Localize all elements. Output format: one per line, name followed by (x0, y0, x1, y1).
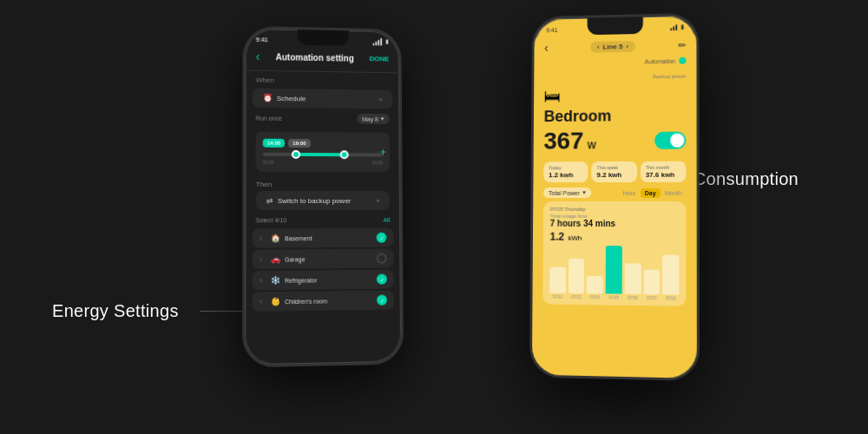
select-count: Select 4/10 (256, 217, 286, 223)
backup-power-text: Backup power (653, 74, 686, 80)
bar-group-5: 07/16 (625, 263, 641, 300)
line-selector[interactable]: ‹ Line 5 › (590, 41, 635, 53)
chart-hours: 7 hours 34 mins (550, 219, 680, 229)
automation-dot (679, 57, 686, 64)
energy-settings-label: Energy Settings (52, 301, 179, 321)
stats-row: Today 1.2 kwh This week 9.2 kwh This mon… (543, 161, 686, 182)
chart-kwh-row: 1.2 kWh (550, 228, 680, 245)
device-name-1: Basement (285, 234, 372, 241)
stat-week-value: 9.2 kwh (597, 171, 632, 179)
bar-3 (587, 276, 603, 293)
bar-label-3: 07/14 (590, 295, 600, 299)
bar-7 (662, 255, 679, 295)
device-item-3[interactable]: 3 ❄️ Refrigerator ✓ (253, 270, 394, 291)
signal-bar-r1 (670, 28, 672, 30)
slider-thumb-end[interactable] (339, 150, 348, 159)
slider-fill (293, 153, 347, 156)
automation-label: Automation (645, 57, 675, 64)
stat-today: Today 1.2 kwh (543, 161, 589, 182)
done-button[interactable]: DONE (369, 55, 389, 62)
time-slider: 14:00 19:00 00:00 24:00 + (256, 132, 390, 173)
scene: Energy Settings Energy Consumption 9:41 … (0, 0, 868, 434)
check-3[interactable]: ✓ (377, 274, 387, 285)
when-label: When (246, 71, 399, 89)
chart-date: 07/15 Thursday (550, 207, 680, 212)
chevron-icon-date: ▾ (381, 115, 385, 122)
run-once-text: Run once (256, 115, 282, 121)
check-2[interactable] (377, 253, 387, 264)
device-num-1: 1 (260, 235, 266, 240)
select-all-button[interactable]: All (384, 217, 391, 223)
bar-label-1: 07/12 (553, 295, 562, 299)
bar-label-4: 07/15 (609, 295, 619, 299)
device-name-3: Refrigerator (285, 276, 372, 283)
bar-group-1: 07/12 (549, 267, 566, 299)
power-toggle[interactable] (654, 132, 686, 149)
stat-today-value: 1.2 kwh (549, 171, 583, 179)
bar-1 (549, 267, 566, 293)
status-icons-left: ▮ (372, 37, 389, 45)
left-header: ‹ Automation setting DONE (246, 46, 399, 74)
chevron-right-icon: › (626, 43, 628, 50)
signal-bar-r3 (675, 24, 677, 30)
select-row: Select 4/10 All (245, 214, 400, 227)
power-selector-label: Total Power (549, 190, 580, 196)
bar-6 (643, 270, 660, 295)
bar-label-5: 07/16 (628, 296, 637, 300)
tab-hour[interactable]: Hour (618, 187, 640, 197)
back-button-left[interactable]: ‹ (256, 49, 260, 63)
toggle-knob (670, 134, 684, 148)
right-content: ‹ ‹ Line 5 › ✏ Automation Backup power 🛏… (532, 35, 697, 381)
refrigerator-icon: ❄️ (271, 276, 280, 285)
time-left: 9:41 (256, 36, 268, 43)
device-num-4: 4 (260, 299, 266, 304)
tab-month[interactable]: Month (661, 187, 687, 197)
phone-right: 9:41 ▮ ‹ ‹ Line 5 › ✏ (529, 13, 700, 381)
status-icons-right: ▮ (670, 23, 684, 30)
chevron-power: ▾ (582, 189, 586, 196)
signal-bars (372, 37, 382, 45)
edit-button[interactable]: ✏ (678, 39, 686, 50)
device-item-4[interactable]: 4 👶 Children's room ✓ (253, 290, 394, 311)
device-num-2: 2 (260, 257, 266, 262)
childrens-room-icon: 👶 (271, 297, 280, 306)
schedule-left: ⏰ Schedule (263, 94, 306, 103)
stat-month-label: This month (646, 165, 681, 170)
slider-thumb-start[interactable] (292, 150, 300, 159)
switch-label: Switch to backup power (278, 196, 351, 204)
signal-bar-4 (380, 37, 382, 45)
date-value: May 8 (362, 115, 378, 122)
stat-today-label: Today (549, 165, 583, 170)
stat-week: This week 9.2 kwh (592, 161, 637, 182)
signal-bar-r2 (673, 26, 674, 30)
check-4[interactable]: ✓ (377, 295, 387, 306)
add-time-button[interactable]: + (380, 147, 386, 159)
time-labels: 00:00 24:00 (263, 160, 383, 166)
bar-group-2: 07/13 (569, 259, 585, 299)
bar-label-7: 07/13 (666, 296, 675, 300)
chart-kwh-value: 1.2 (550, 231, 565, 243)
bar-group-4: 07/15 (606, 246, 622, 300)
time-to: 24:00 (372, 160, 383, 165)
basement-icon: 🏠 (271, 233, 280, 242)
schedule-label: Schedule (277, 94, 306, 102)
signal-bar-1 (372, 43, 374, 45)
tab-day[interactable]: Day (641, 187, 661, 197)
device-item-2[interactable]: 2 🚗 Garage (253, 249, 394, 269)
phone-left: 9:41 ▮ ‹ Automation setting DONE When (242, 26, 404, 368)
slider-track[interactable] (263, 153, 383, 157)
left-content: ‹ Automation setting DONE When ⏰ Schedul… (245, 46, 400, 312)
device-name-4: Children's room (285, 297, 372, 304)
time-right: 9:41 (546, 27, 557, 33)
switch-icon: ⇄ (266, 196, 273, 205)
bar-chart: 07/12 07/13 07/14 07/15 (549, 247, 679, 301)
power-selector[interactable]: Total Power ▾ (543, 187, 591, 198)
back-button-right[interactable]: ‹ (544, 41, 549, 55)
schedule-row[interactable]: ⏰ Schedule ▾ (253, 89, 393, 109)
watt-display: 367 w (543, 127, 595, 155)
switch-row[interactable]: ⇄ Switch to backup power ▾ (256, 191, 391, 210)
check-1[interactable]: ✓ (377, 233, 387, 243)
date-badge[interactable]: May 8 ▾ (357, 114, 389, 124)
device-item-1[interactable]: 1 🏠 Basement ✓ (253, 228, 394, 248)
watt-row: 367 w (543, 127, 686, 155)
